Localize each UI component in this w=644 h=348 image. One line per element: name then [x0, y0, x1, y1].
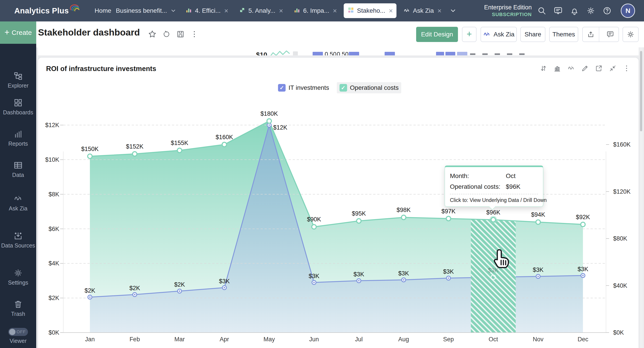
edit-design-button[interactable]: Edit Design	[416, 27, 458, 42]
sidebar-item-label: Ask Zia	[0, 205, 36, 212]
scrollbar-thumb[interactable]	[640, 51, 642, 131]
share-label: Share	[524, 31, 541, 38]
legend-item-it-investments[interactable]: ✓IT investments	[275, 82, 332, 93]
zoho-swoosh-icon	[69, 3, 80, 13]
zia-icon[interactable]	[567, 64, 575, 72]
svg-text:Jun: Jun	[309, 336, 319, 343]
svg-text:$152K: $152K	[126, 143, 143, 150]
sidebar-item-ask-zia[interactable]: Ask Zia	[0, 194, 36, 212]
kebab-icon[interactable]	[190, 30, 198, 38]
edition-badge: Enterprise Edition SUBSCRIPTION	[476, 0, 532, 21]
checkbox-checked-icon[interactable]: ✓	[278, 84, 286, 92]
sidebar-item-data-sources[interactable]: Data Sources	[0, 231, 36, 249]
sidebar-item-data[interactable]: Data	[0, 160, 36, 178]
clipped-label-fragment	[495, 53, 500, 55]
data-icon	[0, 160, 36, 170]
sidebar-item-settings[interactable]: Settings	[0, 268, 36, 286]
search-icon[interactable]	[537, 6, 546, 15]
close-icon[interactable]: ×	[389, 7, 393, 14]
title-icon-row	[148, 29, 198, 39]
viewer-toggle[interactable]: OFF	[8, 328, 28, 336]
themes-button[interactable]: Themes	[549, 27, 578, 42]
tab-ask-zia[interactable]: Ask Zia×	[400, 3, 445, 18]
reports-icon	[0, 129, 36, 139]
edition-subscription: SUBSCRIPTION	[476, 12, 532, 17]
save-icon[interactable]	[176, 30, 185, 38]
tab-stakeho[interactable]: Stakeho...×	[344, 3, 396, 18]
tab-label: Stakeho...	[357, 7, 385, 14]
sidebar: + Create OFF Viewer ExplorerDashboardsRe…	[0, 21, 36, 348]
legend-item-operational-costs[interactable]: ✓Operational costs	[337, 82, 402, 93]
svg-text:Jan: Jan	[85, 336, 95, 343]
svg-text:$40K: $40K	[613, 282, 627, 289]
topbar-icon-row	[537, 0, 612, 21]
close-icon[interactable]: ×	[333, 7, 337, 14]
svg-text:Oct: Oct	[488, 336, 498, 343]
sidebar-item-reports[interactable]: Reports	[0, 129, 36, 147]
sidebar-item-explorer[interactable]: Explorer	[0, 71, 36, 89]
open-in-new-icon[interactable]	[595, 64, 603, 72]
close-icon[interactable]: ×	[224, 7, 228, 14]
tab-5-analy[interactable]: 5. Analy...×	[235, 3, 287, 18]
ask-zia-button[interactable]: Ask Zia	[480, 27, 517, 42]
sidebar-item-label: Reports	[0, 140, 36, 147]
roi-chart[interactable]: $3K$2K$2K$2K$3K$12K$3K$3K$3K$3K$3K$3K$15…	[38, 58, 639, 348]
bell-icon[interactable]	[570, 6, 579, 15]
chart-card: ROI of infrastructure investments ✓IT in…	[38, 58, 639, 348]
comment-button[interactable]	[602, 27, 618, 41]
app-logo[interactable]: Analytics Plus	[14, 0, 80, 21]
avatar[interactable]: N	[621, 3, 635, 18]
tab-label: Ask Zia	[413, 7, 434, 14]
close-icon[interactable]: ×	[438, 7, 442, 14]
tooltip-series-value: $96K	[506, 183, 520, 190]
clipped-bar-fragment	[312, 52, 323, 55]
clipped-label-fragment	[507, 53, 512, 55]
app-logo-text: Analytics Plus	[14, 6, 69, 15]
vertical-scrollbar[interactable]	[640, 47, 643, 348]
nav-home[interactable]: Home	[94, 0, 111, 21]
refresh-icon[interactable]	[162, 30, 171, 38]
chart-legend: ✓IT investments✓Operational costs	[275, 82, 401, 93]
svg-text:$155K: $155K	[171, 140, 188, 146]
help-icon[interactable]	[602, 6, 612, 15]
sidebar-item-trash[interactable]: Trash	[0, 299, 36, 317]
svg-text:$94K: $94K	[531, 211, 545, 218]
tooltip-hint: Click to: View Underlying Data / Drill D…	[450, 194, 538, 203]
collapse-icon[interactable]	[609, 64, 617, 72]
clipped-bar-fragment	[436, 52, 444, 55]
svg-text:$2K: $2K	[129, 285, 140, 292]
tab-6-impa[interactable]: 6. Impa...×	[290, 3, 340, 18]
svg-text:$92K: $92K	[576, 214, 590, 220]
top-bar: Analytics Plus Home Business benefit... …	[0, 0, 644, 21]
close-icon[interactable]: ×	[279, 7, 283, 14]
sidebar-item-dashboards[interactable]: Dashboards	[0, 98, 36, 116]
gear-icon	[626, 30, 635, 39]
tab-4-effici[interactable]: 4. Effici...×	[182, 3, 232, 18]
dashboard-settings-button[interactable]	[622, 27, 639, 42]
svg-text:$2K: $2K	[84, 287, 95, 294]
clipped-label-fragment	[482, 53, 488, 55]
swap-axes-icon[interactable]	[539, 64, 548, 72]
kebab-icon[interactable]	[622, 64, 630, 72]
share-button[interactable]: Share	[520, 27, 546, 42]
create-button[interactable]: + Create	[0, 21, 36, 44]
svg-text:Dec: Dec	[578, 336, 588, 343]
more-tabs-chevron-icon[interactable]	[450, 7, 456, 14]
svg-text:$150K: $150K	[81, 146, 98, 152]
gear-icon[interactable]	[586, 6, 596, 15]
svg-text:$160K: $160K	[216, 134, 233, 141]
page-title: Stakeholder dashboard	[38, 27, 140, 38]
edit-icon[interactable]	[581, 64, 589, 72]
chart-type-icon[interactable]	[553, 64, 561, 72]
dashboard-icon	[347, 6, 354, 15]
nav-workspace-menu[interactable]: Business benefit...	[116, 0, 176, 21]
checkbox-checked-icon[interactable]: ✓	[340, 84, 347, 92]
export-button[interactable]	[583, 27, 599, 41]
star-icon[interactable]	[148, 29, 157, 39]
add-widget-button[interactable]: +	[462, 27, 476, 42]
clipped-bar-number: 0.50	[337, 51, 348, 55]
chat-icon[interactable]	[554, 6, 563, 15]
sparkline-icon	[270, 50, 290, 55]
toggle-knob	[9, 329, 16, 335]
svg-text:$3K: $3K	[308, 273, 319, 279]
